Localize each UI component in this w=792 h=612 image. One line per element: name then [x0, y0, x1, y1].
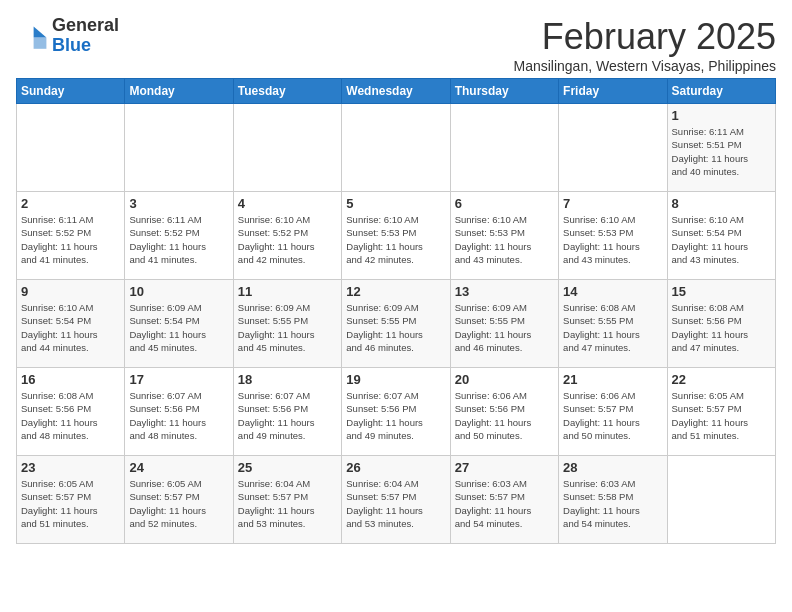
- day-info: Sunrise: 6:03 AM Sunset: 5:57 PM Dayligh…: [455, 477, 554, 530]
- calendar-week-3: 9Sunrise: 6:10 AM Sunset: 5:54 PM Daylig…: [17, 280, 776, 368]
- day-number: 21: [563, 372, 662, 387]
- calendar-cell: [342, 104, 450, 192]
- day-info: Sunrise: 6:09 AM Sunset: 5:55 PM Dayligh…: [238, 301, 337, 354]
- calendar-cell: 10Sunrise: 6:09 AM Sunset: 5:54 PM Dayli…: [125, 280, 233, 368]
- day-info: Sunrise: 6:09 AM Sunset: 5:54 PM Dayligh…: [129, 301, 228, 354]
- day-info: Sunrise: 6:11 AM Sunset: 5:51 PM Dayligh…: [672, 125, 771, 178]
- day-number: 19: [346, 372, 445, 387]
- day-info: Sunrise: 6:04 AM Sunset: 5:57 PM Dayligh…: [346, 477, 445, 530]
- day-info: Sunrise: 6:09 AM Sunset: 5:55 PM Dayligh…: [346, 301, 445, 354]
- day-info: Sunrise: 6:10 AM Sunset: 5:53 PM Dayligh…: [563, 213, 662, 266]
- day-info: Sunrise: 6:03 AM Sunset: 5:58 PM Dayligh…: [563, 477, 662, 530]
- calendar-cell: [559, 104, 667, 192]
- day-info: Sunrise: 6:10 AM Sunset: 5:54 PM Dayligh…: [672, 213, 771, 266]
- day-info: Sunrise: 6:05 AM Sunset: 5:57 PM Dayligh…: [129, 477, 228, 530]
- calendar-cell: 6Sunrise: 6:10 AM Sunset: 5:53 PM Daylig…: [450, 192, 558, 280]
- svg-marker-0: [34, 26, 47, 37]
- calendar-cell: [667, 456, 775, 544]
- weekday-header-thursday: Thursday: [450, 79, 558, 104]
- calendar-cell: [125, 104, 233, 192]
- day-info: Sunrise: 6:11 AM Sunset: 5:52 PM Dayligh…: [21, 213, 120, 266]
- day-info: Sunrise: 6:05 AM Sunset: 5:57 PM Dayligh…: [21, 477, 120, 530]
- calendar-cell: 15Sunrise: 6:08 AM Sunset: 5:56 PM Dayli…: [667, 280, 775, 368]
- calendar-cell: 2Sunrise: 6:11 AM Sunset: 5:52 PM Daylig…: [17, 192, 125, 280]
- calendar-cell: 4Sunrise: 6:10 AM Sunset: 5:52 PM Daylig…: [233, 192, 341, 280]
- day-number: 15: [672, 284, 771, 299]
- day-number: 4: [238, 196, 337, 211]
- calendar-cell: 13Sunrise: 6:09 AM Sunset: 5:55 PM Dayli…: [450, 280, 558, 368]
- day-number: 8: [672, 196, 771, 211]
- calendar-week-1: 1Sunrise: 6:11 AM Sunset: 5:51 PM Daylig…: [17, 104, 776, 192]
- calendar-cell: 23Sunrise: 6:05 AM Sunset: 5:57 PM Dayli…: [17, 456, 125, 544]
- logo-text: General Blue: [52, 16, 119, 56]
- day-info: Sunrise: 6:06 AM Sunset: 5:56 PM Dayligh…: [455, 389, 554, 442]
- day-info: Sunrise: 6:06 AM Sunset: 5:57 PM Dayligh…: [563, 389, 662, 442]
- weekday-header-saturday: Saturday: [667, 79, 775, 104]
- calendar-cell: 24Sunrise: 6:05 AM Sunset: 5:57 PM Dayli…: [125, 456, 233, 544]
- logo-icon: [16, 20, 48, 52]
- calendar-cell: 12Sunrise: 6:09 AM Sunset: 5:55 PM Dayli…: [342, 280, 450, 368]
- day-number: 7: [563, 196, 662, 211]
- calendar-cell: 7Sunrise: 6:10 AM Sunset: 5:53 PM Daylig…: [559, 192, 667, 280]
- day-number: 20: [455, 372, 554, 387]
- weekday-header-friday: Friday: [559, 79, 667, 104]
- day-number: 24: [129, 460, 228, 475]
- calendar-cell: [233, 104, 341, 192]
- calendar-cell: 27Sunrise: 6:03 AM Sunset: 5:57 PM Dayli…: [450, 456, 558, 544]
- page-header: General Blue February 2025 Mansilingan, …: [16, 16, 776, 74]
- calendar-week-5: 23Sunrise: 6:05 AM Sunset: 5:57 PM Dayli…: [17, 456, 776, 544]
- day-number: 2: [21, 196, 120, 211]
- weekday-header-wednesday: Wednesday: [342, 79, 450, 104]
- logo: General Blue: [16, 16, 119, 56]
- calendar-cell: 26Sunrise: 6:04 AM Sunset: 5:57 PM Dayli…: [342, 456, 450, 544]
- calendar-cell: 9Sunrise: 6:10 AM Sunset: 5:54 PM Daylig…: [17, 280, 125, 368]
- calendar-cell: 17Sunrise: 6:07 AM Sunset: 5:56 PM Dayli…: [125, 368, 233, 456]
- svg-marker-1: [34, 37, 47, 48]
- calendar-cell: 11Sunrise: 6:09 AM Sunset: 5:55 PM Dayli…: [233, 280, 341, 368]
- calendar-cell: [450, 104, 558, 192]
- day-number: 16: [21, 372, 120, 387]
- day-info: Sunrise: 6:08 AM Sunset: 5:55 PM Dayligh…: [563, 301, 662, 354]
- calendar-cell: 3Sunrise: 6:11 AM Sunset: 5:52 PM Daylig…: [125, 192, 233, 280]
- day-number: 12: [346, 284, 445, 299]
- weekday-header-row: SundayMondayTuesdayWednesdayThursdayFrid…: [17, 79, 776, 104]
- weekday-header-monday: Monday: [125, 79, 233, 104]
- title-area: February 2025 Mansilingan, Western Visay…: [513, 16, 776, 74]
- day-info: Sunrise: 6:10 AM Sunset: 5:54 PM Dayligh…: [21, 301, 120, 354]
- day-info: Sunrise: 6:05 AM Sunset: 5:57 PM Dayligh…: [672, 389, 771, 442]
- day-number: 18: [238, 372, 337, 387]
- day-number: 11: [238, 284, 337, 299]
- day-number: 1: [672, 108, 771, 123]
- day-number: 17: [129, 372, 228, 387]
- calendar-cell: 8Sunrise: 6:10 AM Sunset: 5:54 PM Daylig…: [667, 192, 775, 280]
- day-info: Sunrise: 6:11 AM Sunset: 5:52 PM Dayligh…: [129, 213, 228, 266]
- calendar-cell: 22Sunrise: 6:05 AM Sunset: 5:57 PM Dayli…: [667, 368, 775, 456]
- location-subtitle: Mansilingan, Western Visayas, Philippine…: [513, 58, 776, 74]
- day-number: 10: [129, 284, 228, 299]
- day-info: Sunrise: 6:07 AM Sunset: 5:56 PM Dayligh…: [129, 389, 228, 442]
- calendar-cell: 5Sunrise: 6:10 AM Sunset: 5:53 PM Daylig…: [342, 192, 450, 280]
- calendar-cell: 21Sunrise: 6:06 AM Sunset: 5:57 PM Dayli…: [559, 368, 667, 456]
- day-number: 13: [455, 284, 554, 299]
- calendar-cell: 18Sunrise: 6:07 AM Sunset: 5:56 PM Dayli…: [233, 368, 341, 456]
- weekday-header-tuesday: Tuesday: [233, 79, 341, 104]
- day-number: 9: [21, 284, 120, 299]
- day-number: 6: [455, 196, 554, 211]
- calendar-week-2: 2Sunrise: 6:11 AM Sunset: 5:52 PM Daylig…: [17, 192, 776, 280]
- day-info: Sunrise: 6:10 AM Sunset: 5:53 PM Dayligh…: [346, 213, 445, 266]
- calendar-cell: [17, 104, 125, 192]
- month-title: February 2025: [513, 16, 776, 58]
- day-number: 26: [346, 460, 445, 475]
- day-number: 28: [563, 460, 662, 475]
- day-number: 3: [129, 196, 228, 211]
- calendar-cell: 14Sunrise: 6:08 AM Sunset: 5:55 PM Dayli…: [559, 280, 667, 368]
- day-info: Sunrise: 6:08 AM Sunset: 5:56 PM Dayligh…: [672, 301, 771, 354]
- day-info: Sunrise: 6:08 AM Sunset: 5:56 PM Dayligh…: [21, 389, 120, 442]
- calendar-week-4: 16Sunrise: 6:08 AM Sunset: 5:56 PM Dayli…: [17, 368, 776, 456]
- calendar-cell: 28Sunrise: 6:03 AM Sunset: 5:58 PM Dayli…: [559, 456, 667, 544]
- day-info: Sunrise: 6:10 AM Sunset: 5:53 PM Dayligh…: [455, 213, 554, 266]
- weekday-header-sunday: Sunday: [17, 79, 125, 104]
- day-number: 25: [238, 460, 337, 475]
- day-number: 23: [21, 460, 120, 475]
- day-info: Sunrise: 6:09 AM Sunset: 5:55 PM Dayligh…: [455, 301, 554, 354]
